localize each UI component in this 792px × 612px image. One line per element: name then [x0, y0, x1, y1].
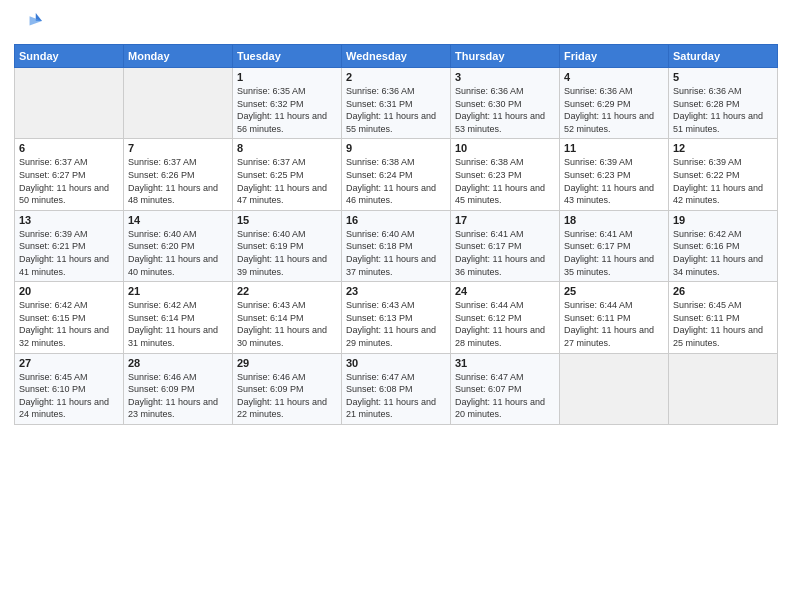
day-header: Tuesday [233, 45, 342, 68]
calendar-cell: 26Sunrise: 6:45 AM Sunset: 6:11 PM Dayli… [669, 282, 778, 353]
day-number: 19 [673, 214, 773, 226]
header-row: SundayMondayTuesdayWednesdayThursdayFrid… [15, 45, 778, 68]
day-header: Saturday [669, 45, 778, 68]
day-number: 21 [128, 285, 228, 297]
calendar-cell: 2Sunrise: 6:36 AM Sunset: 6:31 PM Daylig… [342, 68, 451, 139]
day-detail: Sunrise: 6:38 AM Sunset: 6:23 PM Dayligh… [455, 156, 555, 206]
calendar-cell: 25Sunrise: 6:44 AM Sunset: 6:11 PM Dayli… [560, 282, 669, 353]
day-detail: Sunrise: 6:47 AM Sunset: 6:08 PM Dayligh… [346, 371, 446, 421]
day-header: Monday [124, 45, 233, 68]
day-number: 22 [237, 285, 337, 297]
calendar-cell: 29Sunrise: 6:46 AM Sunset: 6:09 PM Dayli… [233, 353, 342, 424]
day-number: 7 [128, 142, 228, 154]
calendar-cell: 11Sunrise: 6:39 AM Sunset: 6:23 PM Dayli… [560, 139, 669, 210]
day-number: 9 [346, 142, 446, 154]
day-number: 29 [237, 357, 337, 369]
day-header: Friday [560, 45, 669, 68]
calendar-cell: 19Sunrise: 6:42 AM Sunset: 6:16 PM Dayli… [669, 210, 778, 281]
calendar-cell: 16Sunrise: 6:40 AM Sunset: 6:18 PM Dayli… [342, 210, 451, 281]
calendar-cell: 14Sunrise: 6:40 AM Sunset: 6:20 PM Dayli… [124, 210, 233, 281]
day-detail: Sunrise: 6:45 AM Sunset: 6:11 PM Dayligh… [673, 299, 773, 349]
calendar-week-row: 13Sunrise: 6:39 AM Sunset: 6:21 PM Dayli… [15, 210, 778, 281]
day-number: 10 [455, 142, 555, 154]
logo-icon [14, 10, 42, 38]
calendar: SundayMondayTuesdayWednesdayThursdayFrid… [14, 44, 778, 425]
day-detail: Sunrise: 6:45 AM Sunset: 6:10 PM Dayligh… [19, 371, 119, 421]
calendar-cell: 27Sunrise: 6:45 AM Sunset: 6:10 PM Dayli… [15, 353, 124, 424]
day-detail: Sunrise: 6:40 AM Sunset: 6:19 PM Dayligh… [237, 228, 337, 278]
day-detail: Sunrise: 6:37 AM Sunset: 6:27 PM Dayligh… [19, 156, 119, 206]
day-detail: Sunrise: 6:41 AM Sunset: 6:17 PM Dayligh… [455, 228, 555, 278]
day-detail: Sunrise: 6:36 AM Sunset: 6:30 PM Dayligh… [455, 85, 555, 135]
calendar-week-row: 27Sunrise: 6:45 AM Sunset: 6:10 PM Dayli… [15, 353, 778, 424]
day-number: 12 [673, 142, 773, 154]
day-detail: Sunrise: 6:39 AM Sunset: 6:21 PM Dayligh… [19, 228, 119, 278]
day-detail: Sunrise: 6:44 AM Sunset: 6:12 PM Dayligh… [455, 299, 555, 349]
day-number: 17 [455, 214, 555, 226]
day-detail: Sunrise: 6:35 AM Sunset: 6:32 PM Dayligh… [237, 85, 337, 135]
calendar-cell: 30Sunrise: 6:47 AM Sunset: 6:08 PM Dayli… [342, 353, 451, 424]
day-header: Wednesday [342, 45, 451, 68]
calendar-cell: 4Sunrise: 6:36 AM Sunset: 6:29 PM Daylig… [560, 68, 669, 139]
day-detail: Sunrise: 6:42 AM Sunset: 6:15 PM Dayligh… [19, 299, 119, 349]
day-detail: Sunrise: 6:43 AM Sunset: 6:13 PM Dayligh… [346, 299, 446, 349]
day-detail: Sunrise: 6:46 AM Sunset: 6:09 PM Dayligh… [237, 371, 337, 421]
day-number: 25 [564, 285, 664, 297]
day-number: 14 [128, 214, 228, 226]
calendar-cell: 31Sunrise: 6:47 AM Sunset: 6:07 PM Dayli… [451, 353, 560, 424]
calendar-cell: 17Sunrise: 6:41 AM Sunset: 6:17 PM Dayli… [451, 210, 560, 281]
day-detail: Sunrise: 6:41 AM Sunset: 6:17 PM Dayligh… [564, 228, 664, 278]
day-detail: Sunrise: 6:42 AM Sunset: 6:14 PM Dayligh… [128, 299, 228, 349]
day-detail: Sunrise: 6:38 AM Sunset: 6:24 PM Dayligh… [346, 156, 446, 206]
day-number: 20 [19, 285, 119, 297]
calendar-cell: 6Sunrise: 6:37 AM Sunset: 6:27 PM Daylig… [15, 139, 124, 210]
calendar-body: 1Sunrise: 6:35 AM Sunset: 6:32 PM Daylig… [15, 68, 778, 425]
calendar-cell: 28Sunrise: 6:46 AM Sunset: 6:09 PM Dayli… [124, 353, 233, 424]
day-number: 23 [346, 285, 446, 297]
day-number: 15 [237, 214, 337, 226]
day-number: 8 [237, 142, 337, 154]
day-detail: Sunrise: 6:36 AM Sunset: 6:31 PM Dayligh… [346, 85, 446, 135]
calendar-cell: 15Sunrise: 6:40 AM Sunset: 6:19 PM Dayli… [233, 210, 342, 281]
calendar-cell: 21Sunrise: 6:42 AM Sunset: 6:14 PM Dayli… [124, 282, 233, 353]
day-number: 2 [346, 71, 446, 83]
day-detail: Sunrise: 6:47 AM Sunset: 6:07 PM Dayligh… [455, 371, 555, 421]
logo [14, 10, 46, 38]
calendar-cell: 22Sunrise: 6:43 AM Sunset: 6:14 PM Dayli… [233, 282, 342, 353]
day-number: 1 [237, 71, 337, 83]
calendar-header: SundayMondayTuesdayWednesdayThursdayFrid… [15, 45, 778, 68]
day-detail: Sunrise: 6:39 AM Sunset: 6:23 PM Dayligh… [564, 156, 664, 206]
day-number: 27 [19, 357, 119, 369]
calendar-cell [669, 353, 778, 424]
day-header: Thursday [451, 45, 560, 68]
calendar-cell: 12Sunrise: 6:39 AM Sunset: 6:22 PM Dayli… [669, 139, 778, 210]
day-detail: Sunrise: 6:39 AM Sunset: 6:22 PM Dayligh… [673, 156, 773, 206]
day-number: 30 [346, 357, 446, 369]
calendar-cell: 24Sunrise: 6:44 AM Sunset: 6:12 PM Dayli… [451, 282, 560, 353]
day-detail: Sunrise: 6:44 AM Sunset: 6:11 PM Dayligh… [564, 299, 664, 349]
day-detail: Sunrise: 6:43 AM Sunset: 6:14 PM Dayligh… [237, 299, 337, 349]
calendar-cell: 10Sunrise: 6:38 AM Sunset: 6:23 PM Dayli… [451, 139, 560, 210]
calendar-week-row: 6Sunrise: 6:37 AM Sunset: 6:27 PM Daylig… [15, 139, 778, 210]
calendar-cell: 13Sunrise: 6:39 AM Sunset: 6:21 PM Dayli… [15, 210, 124, 281]
day-detail: Sunrise: 6:40 AM Sunset: 6:20 PM Dayligh… [128, 228, 228, 278]
calendar-cell [15, 68, 124, 139]
day-number: 5 [673, 71, 773, 83]
calendar-cell: 7Sunrise: 6:37 AM Sunset: 6:26 PM Daylig… [124, 139, 233, 210]
day-number: 11 [564, 142, 664, 154]
calendar-cell: 5Sunrise: 6:36 AM Sunset: 6:28 PM Daylig… [669, 68, 778, 139]
calendar-cell: 9Sunrise: 6:38 AM Sunset: 6:24 PM Daylig… [342, 139, 451, 210]
day-number: 6 [19, 142, 119, 154]
day-detail: Sunrise: 6:40 AM Sunset: 6:18 PM Dayligh… [346, 228, 446, 278]
day-number: 16 [346, 214, 446, 226]
calendar-cell: 23Sunrise: 6:43 AM Sunset: 6:13 PM Dayli… [342, 282, 451, 353]
page: SundayMondayTuesdayWednesdayThursdayFrid… [0, 0, 792, 612]
day-number: 24 [455, 285, 555, 297]
day-detail: Sunrise: 6:42 AM Sunset: 6:16 PM Dayligh… [673, 228, 773, 278]
day-number: 31 [455, 357, 555, 369]
calendar-cell [560, 353, 669, 424]
header [14, 10, 778, 38]
day-detail: Sunrise: 6:37 AM Sunset: 6:26 PM Dayligh… [128, 156, 228, 206]
day-detail: Sunrise: 6:37 AM Sunset: 6:25 PM Dayligh… [237, 156, 337, 206]
day-header: Sunday [15, 45, 124, 68]
